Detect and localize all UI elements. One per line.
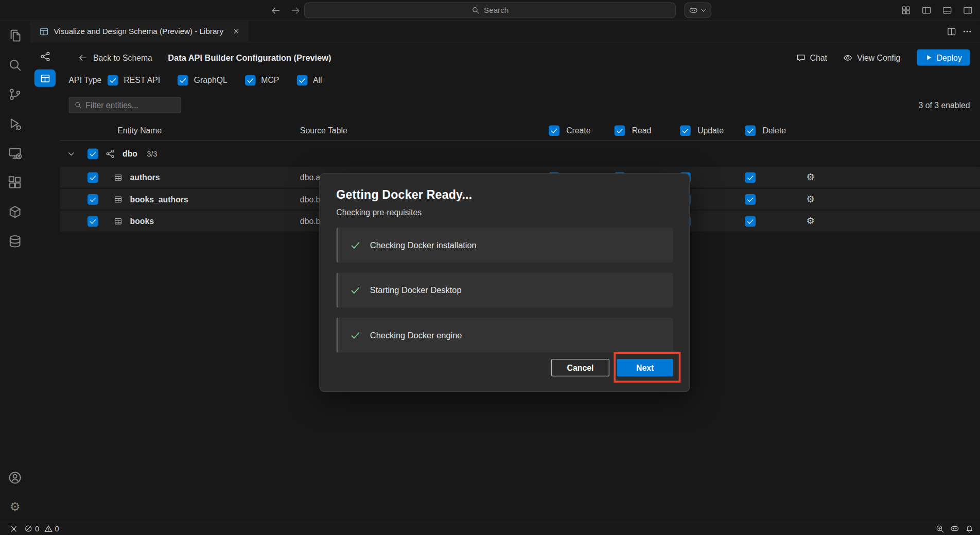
layout-grid-icon (901, 6, 910, 15)
more-actions-button[interactable] (962, 27, 972, 36)
layout-controls (898, 0, 976, 21)
create-all-checkbox[interactable] (549, 125, 559, 136)
source-table-header: Source Table (300, 126, 347, 135)
source-control-button[interactable] (0, 79, 30, 109)
chat-label: Chat (810, 53, 827, 62)
read-label: Read (632, 126, 652, 135)
update-label: Update (697, 126, 724, 135)
panel-header: Back to Schema Data API Builder Configur… (60, 49, 980, 66)
row-settings-gear-icon[interactable]: ⚙ (806, 172, 814, 182)
tab-label: Visualize and Design Schema (Preview) - … (54, 27, 223, 36)
notifications-bell-button[interactable] (965, 524, 974, 533)
error-count: 0 (35, 524, 39, 533)
schema-visualize-view-button[interactable] (34, 47, 56, 65)
rest-api-checkbox[interactable] (108, 75, 118, 85)
group-count-badge: 3/3 (147, 149, 157, 158)
customize-layout-button[interactable] (898, 4, 914, 18)
delete-checkbox[interactable] (745, 216, 756, 227)
group-enable-checkbox[interactable] (87, 148, 98, 159)
api-option-all[interactable]: All (296, 75, 322, 85)
check-icon (350, 285, 361, 296)
api-option-graphql[interactable]: GraphQL (178, 75, 227, 85)
dialog-title: Getting Docker Ready... (336, 188, 673, 202)
next-button[interactable]: Next (617, 359, 673, 376)
accounts-button[interactable] (0, 463, 30, 492)
dialog-subtitle: Checking pre-requisites (336, 208, 673, 217)
tab-bar: Visualize and Design Schema (Preview) - … (30, 21, 980, 42)
command-center-search[interactable]: Search (304, 3, 676, 18)
api-option-rest[interactable]: REST API (108, 75, 160, 85)
schema-designer-tab-icon (39, 27, 48, 36)
api-option-mcp[interactable]: MCP (245, 75, 279, 85)
rest-api-label: REST API (124, 75, 160, 84)
back-to-schema-button[interactable]: Back to Schema (78, 53, 152, 62)
search-placeholder: Search (484, 6, 509, 15)
read-column-header: Read (615, 125, 652, 136)
chat-icon (796, 53, 806, 62)
remote-explorer-button[interactable] (0, 138, 30, 167)
tab-close-button[interactable] (230, 25, 242, 38)
activity-bar: ⚙ (0, 21, 30, 522)
zoom-in-button[interactable] (936, 524, 944, 533)
schema-nodes-icon (106, 149, 115, 159)
account-icon (8, 471, 22, 485)
delete-checkbox[interactable] (745, 172, 756, 183)
step-docker-engine: Checking Docker engine (336, 318, 673, 353)
extensions-button[interactable] (0, 167, 30, 197)
row-settings-gear-icon[interactable]: ⚙ (806, 216, 814, 226)
package-view-button[interactable] (0, 197, 30, 226)
step-docker-installation: Checking Docker installation (336, 228, 673, 263)
explorer-button[interactable] (0, 21, 30, 50)
search-view-button[interactable] (0, 50, 30, 79)
warning-count: 0 (55, 524, 59, 533)
delete-checkbox[interactable] (745, 194, 756, 204)
api-builder-view-button[interactable] (34, 70, 56, 87)
remote-icon (9, 524, 18, 533)
eye-icon (844, 53, 853, 62)
update-all-checkbox[interactable] (680, 125, 691, 136)
entity-name: books (130, 216, 154, 226)
mcp-label: MCP (261, 75, 279, 84)
nav-forward-button[interactable] (288, 4, 304, 18)
error-icon (24, 525, 32, 533)
remote-indicator-button[interactable] (6, 522, 21, 535)
copilot-menu-button[interactable] (685, 3, 711, 18)
filter-entities-box[interactable] (69, 97, 182, 113)
source-control-icon (8, 87, 22, 101)
view-config-button[interactable]: View Config (844, 53, 901, 62)
settings-button[interactable]: ⚙ (0, 492, 30, 522)
arrow-right-icon (291, 5, 301, 15)
delete-all-checkbox[interactable] (745, 125, 756, 136)
api-type-row: API Type REST API GraphQL MCP (60, 71, 980, 89)
all-checkbox[interactable] (296, 75, 307, 85)
filter-entities-input[interactable] (85, 100, 176, 110)
graphql-checkbox[interactable] (178, 75, 188, 85)
create-column-header: Create (549, 125, 590, 136)
problems-button[interactable]: 0 0 (21, 522, 62, 535)
row-settings-gear-icon[interactable]: ⚙ (806, 195, 814, 204)
chat-button[interactable]: Chat (796, 53, 827, 62)
row-enable-checkbox[interactable] (87, 172, 98, 183)
mcp-checkbox[interactable] (245, 75, 256, 85)
row-enable-checkbox[interactable] (87, 194, 98, 204)
deploy-button[interactable]: Deploy (917, 49, 970, 66)
split-editor-button[interactable] (947, 27, 956, 36)
docker-ready-dialog: Getting Docker Ready... Checking pre-req… (319, 173, 690, 392)
database-view-button[interactable] (0, 227, 30, 256)
view-switcher-rail (30, 43, 60, 522)
chevron-down-icon[interactable] (67, 149, 76, 158)
tab-visualize-design-schema[interactable]: Visualize and Design Schema (Preview) - … (30, 21, 248, 42)
toggle-primary-sidebar-button[interactable] (918, 4, 935, 18)
run-debug-button[interactable] (0, 109, 30, 138)
play-icon (925, 54, 933, 61)
toggle-panel-button[interactable] (939, 4, 955, 18)
nav-back-button[interactable] (268, 4, 284, 18)
all-label: All (313, 75, 322, 84)
schema-group-row[interactable]: dbo 3/3 (60, 141, 980, 167)
copilot-status-button[interactable] (950, 524, 959, 533)
filter-row: 3 of 3 enabled (60, 97, 980, 113)
cancel-button[interactable]: Cancel (551, 359, 609, 376)
toggle-secondary-sidebar-button[interactable] (959, 4, 976, 18)
read-all-checkbox[interactable] (615, 125, 625, 136)
row-enable-checkbox[interactable] (87, 216, 98, 227)
